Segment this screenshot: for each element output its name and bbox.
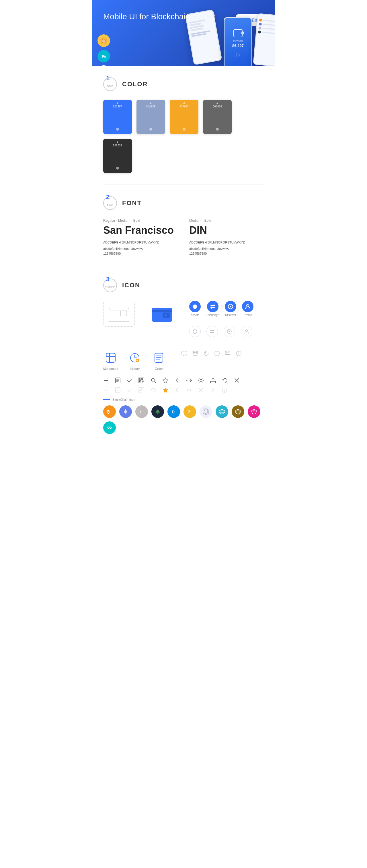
profile-icon xyxy=(242,301,253,312)
history-label: History xyxy=(130,367,140,370)
teal-coin-icon xyxy=(216,405,228,418)
assets-circle-gray xyxy=(189,326,201,337)
font-din: Medium · Bold DIN ABCDEFGHIJKLMNOPQRSTUV… xyxy=(189,219,264,255)
refresh-icon xyxy=(222,377,228,383)
history-icon-item: History xyxy=(127,350,142,370)
sf-lower: abcdefghijklmnopqrstuvwxyz xyxy=(103,246,178,252)
ps-badge: Ps xyxy=(97,50,110,62)
color-section: 1 ONE COLOR #3574FA #8DA0C8 #F5A623 #666… xyxy=(92,66,275,185)
waves-icon xyxy=(151,405,164,418)
share-icon xyxy=(186,377,192,383)
svg-rect-57 xyxy=(139,381,140,382)
section-number-2: 2 TWO xyxy=(103,196,117,210)
svg-rect-4 xyxy=(109,308,129,322)
swatch-gray-blue: #8DA0C8 xyxy=(137,100,165,134)
assets-icon-item: Assets xyxy=(189,301,201,316)
profile-icon-gray xyxy=(241,326,252,337)
arrows-ghost-icon xyxy=(186,387,192,393)
wallet-svg-solid xyxy=(150,305,173,323)
small-utility-icons xyxy=(181,350,242,356)
nav-icons-colored: Assets Exchange Discover xyxy=(189,301,253,316)
gear-icon xyxy=(198,377,204,383)
hero-section: Mobile UI for Blockchain Wallet UI Kit P… xyxy=(92,0,275,66)
discover-icon-gray xyxy=(224,326,235,337)
qr-icon xyxy=(138,377,144,383)
svg-point-18 xyxy=(230,306,231,307)
swatch-gray: #666666 xyxy=(203,100,232,134)
bitcoin-icon: ₿ xyxy=(103,405,116,418)
svg-rect-73 xyxy=(139,388,141,390)
history-icon xyxy=(127,350,142,365)
discover-icon-item: Discover xyxy=(225,301,236,316)
din-lower: abcdefghijklmnopqrstuvwxyz xyxy=(189,246,264,252)
svg-rect-56 xyxy=(142,378,143,379)
assets-label: Assets xyxy=(191,313,199,316)
amber-coin-icon xyxy=(232,405,244,418)
icon-title: ICON xyxy=(122,282,140,289)
svg-rect-5 xyxy=(120,311,127,316)
section-number-1: 1 ONE xyxy=(103,78,117,91)
svg-point-63 xyxy=(200,379,202,381)
discover-icon xyxy=(225,301,236,312)
svg-rect-13 xyxy=(152,310,172,312)
blockchain-line xyxy=(103,399,110,400)
phone-mockup-1 xyxy=(185,9,222,65)
din-nums: 1234567890 xyxy=(189,252,264,255)
svg-rect-74 xyxy=(142,388,144,390)
wallet-icon-outline-grid xyxy=(103,301,135,327)
svg-rect-24 xyxy=(106,353,115,362)
font-grid: Regular · Medium · Bold San Francisco AB… xyxy=(103,219,264,255)
management-label: Mangment xyxy=(103,367,118,370)
svg-marker-99 xyxy=(251,409,257,414)
din-name: DIN xyxy=(189,224,264,236)
svg-rect-64 xyxy=(210,381,216,383)
svg-marker-76 xyxy=(163,388,168,393)
svg-point-15 xyxy=(165,314,167,316)
sf-name: San Francisco xyxy=(103,224,178,236)
large-wallet-icons: Assets Exchange Discover xyxy=(103,301,264,342)
exchange-label: Exchange xyxy=(206,313,219,316)
dash-icon: D xyxy=(167,405,180,418)
order-icon-item: Order xyxy=(151,350,166,370)
profile-label: Profile xyxy=(244,313,252,316)
wallet-svg-grid xyxy=(108,305,131,323)
svg-marker-91 xyxy=(203,408,209,415)
plus-ghost-icon xyxy=(103,387,109,393)
svg-rect-55 xyxy=(139,378,140,379)
phone-mockup-3 xyxy=(253,13,275,66)
exchange-icon-item: Exchange xyxy=(206,301,219,316)
din-weights: Medium · Bold xyxy=(189,219,264,223)
document-ghost-icon xyxy=(115,387,121,393)
swatch-dark: #303030 xyxy=(103,138,132,173)
ghost-icons-row xyxy=(103,387,264,393)
zcash-icon: Z xyxy=(184,405,196,418)
plus-icon xyxy=(103,378,109,383)
svg-point-45 xyxy=(238,352,239,353)
profile-icon-item: Profile xyxy=(242,301,253,316)
layers-icon xyxy=(192,350,198,356)
svg-point-22 xyxy=(228,331,230,332)
svg-rect-32 xyxy=(155,353,163,362)
chat-dots-icon xyxy=(225,350,231,356)
wallet-icon-solid xyxy=(146,301,178,327)
management-icon xyxy=(103,350,118,365)
bat-icon xyxy=(248,405,260,418)
svg-rect-75 xyxy=(139,391,141,393)
sf-nums: 1234567890 xyxy=(103,252,178,255)
font-section: 2 TWO FONT Regular · Medium · Bold San F… xyxy=(92,185,275,267)
discover-circle-gray xyxy=(224,326,235,337)
font-sf: Regular · Medium · Bold San Francisco AB… xyxy=(103,219,178,255)
exchange-circle-gray xyxy=(206,326,218,337)
mgmt-icons-row: Mangment History xyxy=(103,350,264,370)
check-icon xyxy=(127,378,133,383)
assets-icon-gray xyxy=(189,326,201,337)
din-upper: ABCDEFGHIJKLMNOPQRSTUVWXYZ xyxy=(189,239,264,246)
star-filled-icon xyxy=(162,387,169,393)
exchange-icon-gray xyxy=(206,326,218,337)
assets-icon xyxy=(189,301,201,312)
star-icon xyxy=(162,377,169,383)
info-ghost-icon xyxy=(221,387,228,393)
svg-rect-25 xyxy=(106,353,115,356)
svg-point-23 xyxy=(246,330,248,332)
svg-text:₿: ₿ xyxy=(107,409,110,414)
